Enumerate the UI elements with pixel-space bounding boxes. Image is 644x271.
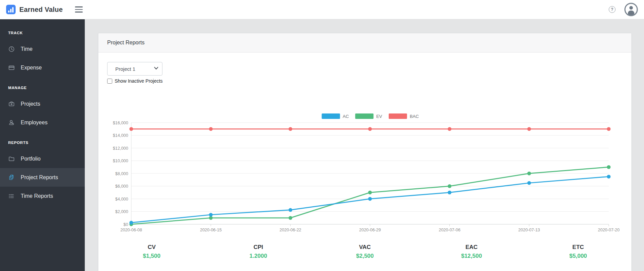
- sidebar-item-label: Employees: [21, 120, 47, 126]
- app-title: Earned Value: [19, 6, 63, 14]
- svg-text:2020-06-15: 2020-06-15: [200, 228, 222, 232]
- data-point-AC[interactable]: [289, 208, 292, 212]
- data-point-BAC[interactable]: [527, 127, 531, 131]
- data-point-AC[interactable]: [448, 191, 451, 194]
- show-inactive-label[interactable]: Show Inactive Projects: [115, 78, 163, 84]
- svg-text:2020-06-08: 2020-06-08: [120, 228, 142, 232]
- sidebar-item-label: Expense: [21, 65, 42, 71]
- stat-value: 1.2000: [205, 253, 311, 259]
- show-inactive-checkbox[interactable]: [107, 79, 112, 84]
- legend-item-BAC[interactable]: BAC: [389, 113, 419, 119]
- sidebar-heading-manage: MANAGE: [0, 77, 85, 95]
- svg-text:$8,000: $8,000: [115, 171, 128, 176]
- stat-vac: VAC$2,500: [312, 244, 418, 259]
- clock-icon: [8, 46, 15, 53]
- svg-text:$4,000: $4,000: [115, 197, 128, 202]
- data-point-EV[interactable]: [527, 172, 531, 175]
- svg-text:2020-06-29: 2020-06-29: [359, 228, 381, 232]
- stat-label: CPI: [205, 244, 311, 251]
- svg-text:2020-06-22: 2020-06-22: [279, 228, 301, 232]
- svg-text:$10,000: $10,000: [113, 159, 128, 163]
- svg-text:2020-07-13: 2020-07-13: [518, 228, 540, 232]
- sidebar-item-label: Portfolio: [21, 156, 41, 162]
- stat-value: $5,000: [525, 253, 631, 259]
- svg-text:AC: AC: [343, 114, 349, 119]
- user-avatar-icon: [624, 3, 638, 16]
- folder-icon: [8, 155, 15, 162]
- project-reports-card: Project Reports Project 1 Show Inactive …: [98, 33, 632, 271]
- svg-text:2020-07-20: 2020-07-20: [598, 228, 620, 232]
- svg-text:BAC: BAC: [410, 114, 419, 119]
- data-point-EV[interactable]: [368, 191, 372, 194]
- data-point-AC[interactable]: [209, 213, 213, 216]
- card-icon: [8, 64, 15, 71]
- stat-label: EAC: [418, 244, 525, 251]
- person-icon: [8, 119, 15, 126]
- stat-etc: ETC$5,000: [525, 244, 631, 259]
- data-point-AC[interactable]: [527, 181, 531, 185]
- stat-value: $12,500: [418, 253, 525, 259]
- sidebar-item-portfolio[interactable]: Portfolio: [0, 149, 85, 168]
- svg-text:$14,000: $14,000: [113, 133, 128, 138]
- list-icon: [8, 193, 15, 200]
- stat-cpi: CPI1.2000: [205, 244, 311, 259]
- sidebar: TRACKTimeExpenseMANAGEProjectsEmployeesR…: [0, 19, 85, 271]
- stat-value: $2,500: [312, 253, 418, 259]
- legend-item-EV[interactable]: EV: [355, 113, 382, 119]
- stat-label: CV: [98, 244, 205, 251]
- sidebar-item-label: Projects: [21, 101, 40, 107]
- hamburger-menu-icon[interactable]: [74, 5, 84, 14]
- card-title: Project Reports: [98, 33, 631, 53]
- earned-value-chart: $0$2,000$4,000$6,000$8,000$10,000$12,000…: [98, 111, 631, 235]
- sidebar-item-time-reports[interactable]: Time Reports: [0, 187, 85, 205]
- data-point-BAC[interactable]: [607, 127, 611, 131]
- stats-row: CV$1,500CPI1.2000VAC$2,500EAC$12,500ETC$…: [98, 244, 631, 271]
- stat-label: ETC: [525, 244, 631, 251]
- data-point-BAC[interactable]: [289, 127, 292, 131]
- data-point-AC[interactable]: [607, 175, 611, 179]
- data-point-AC[interactable]: [130, 221, 133, 225]
- svg-text:$12,000: $12,000: [113, 146, 128, 151]
- sidebar-item-label: Time Reports: [21, 193, 53, 199]
- data-point-BAC[interactable]: [209, 127, 213, 131]
- sidebar-heading-track: TRACK: [0, 22, 85, 40]
- data-point-AC[interactable]: [368, 197, 372, 201]
- data-point-BAC[interactable]: [130, 127, 133, 131]
- svg-text:$0: $0: [123, 222, 128, 227]
- data-point-EV[interactable]: [289, 216, 292, 220]
- stat-value: $1,500: [98, 253, 205, 259]
- legend-item-AC[interactable]: AC: [322, 113, 349, 119]
- briefcase-icon: [8, 101, 15, 107]
- top-navbar: Earned Value ?: [0, 0, 644, 19]
- stat-cv: CV$1,500: [98, 244, 205, 259]
- stat-label: VAC: [312, 244, 418, 251]
- stat-eac: EAC$12,500: [418, 244, 525, 259]
- svg-text:$16,000: $16,000: [113, 121, 128, 125]
- sidebar-item-expense[interactable]: Expense: [0, 58, 85, 77]
- data-point-EV[interactable]: [607, 165, 611, 169]
- svg-text:EV: EV: [376, 114, 382, 119]
- sidebar-item-projects[interactable]: Projects: [0, 95, 85, 113]
- app-brand[interactable]: Earned Value: [6, 5, 63, 14]
- data-point-EV[interactable]: [209, 216, 213, 220]
- project-select[interactable]: Project 1: [107, 62, 162, 76]
- app-logo-icon: [6, 5, 16, 14]
- sidebar-item-label: Time: [21, 46, 33, 52]
- svg-text:$2,000: $2,000: [115, 209, 128, 214]
- sidebar-item-label: Project Reports: [21, 174, 58, 181]
- svg-text:$6,000: $6,000: [115, 184, 128, 189]
- main-content: Project Reports Project 1 Show Inactive …: [85, 19, 644, 271]
- user-avatar[interactable]: [624, 3, 638, 16]
- line-chart: $0$2,000$4,000$6,000$8,000$10,000$12,000…: [98, 111, 631, 235]
- data-point-BAC[interactable]: [368, 127, 372, 131]
- help-icon[interactable]: ?: [609, 6, 616, 13]
- data-point-EV[interactable]: [448, 184, 451, 188]
- svg-text:2020-07-06: 2020-07-06: [439, 228, 461, 232]
- sidebar-item-employees[interactable]: Employees: [0, 113, 85, 132]
- sidebar-heading-reports: REPORTS: [0, 132, 85, 149]
- sidebar-item-time[interactable]: Time: [0, 40, 85, 58]
- sidebar-item-project-reports[interactable]: Project Reports: [0, 168, 85, 187]
- data-point-BAC[interactable]: [448, 127, 451, 131]
- copy-icon: [8, 174, 15, 181]
